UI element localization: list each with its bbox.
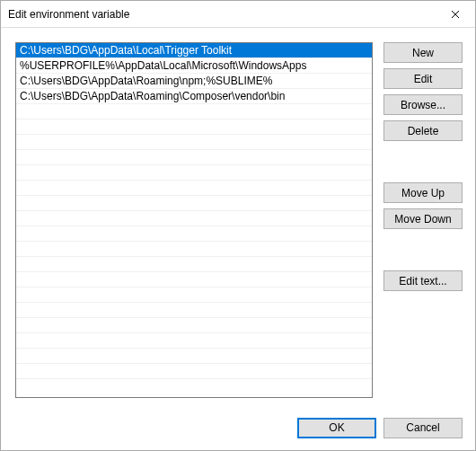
list-item [16,364,372,379]
close-button[interactable] [435,1,475,27]
list-item [16,226,372,242]
edit-text-button[interactable]: Edit text... [383,270,463,291]
list-item[interactable]: C:\Users\BDG\AppData\Roaming\Composer\ve… [16,89,372,104]
dialog-window: Edit environment variable C:\Users\BDG\A… [0,0,476,451]
dialog-footer: OK Cancel [1,405,475,450]
list-item [16,272,372,287]
window-title: Edit environment variable [8,8,435,21]
list-item [16,104,372,119]
list-item[interactable]: C:\Users\BDG\AppData\Roaming\npm;%SUBLIM… [16,74,372,89]
cancel-button[interactable]: Cancel [383,418,463,438]
browse-button[interactable]: Browse... [383,94,463,115]
list-item [16,150,372,165]
dialog-body: C:\Users\BDG\AppData\Local\Trigger Toolk… [1,28,475,405]
edit-button[interactable]: Edit [383,68,463,89]
list-item [16,349,372,364]
spacer [383,146,463,177]
close-icon [451,7,460,22]
list-item [16,135,372,150]
list-item [16,211,372,226]
path-listbox[interactable]: C:\Users\BDG\AppData\Local\Trigger Toolk… [15,42,373,398]
delete-button[interactable]: Delete [383,120,463,141]
list-item[interactable]: %USERPROFILE%\AppData\Local\Microsoft\Wi… [16,58,372,74]
list-item [16,303,372,318]
list-item [16,287,372,303]
titlebar: Edit environment variable [1,1,475,28]
list-item [16,165,372,181]
list-item [16,242,372,257]
ok-button[interactable]: OK [297,418,376,438]
new-button[interactable]: New [383,42,463,63]
move-up-button[interactable]: Move Up [383,182,463,203]
list-item [16,257,372,272]
list-item[interactable]: C:\Users\BDG\AppData\Local\Trigger Toolk… [16,43,372,58]
side-button-panel: New Edit Browse... Delete Move Up Move D… [383,42,463,398]
list-item [16,181,372,196]
list-item [16,119,372,135]
list-item [16,318,372,333]
list-item [16,196,372,211]
spacer [383,234,463,265]
list-item [16,333,372,349]
move-down-button[interactable]: Move Down [383,208,463,229]
